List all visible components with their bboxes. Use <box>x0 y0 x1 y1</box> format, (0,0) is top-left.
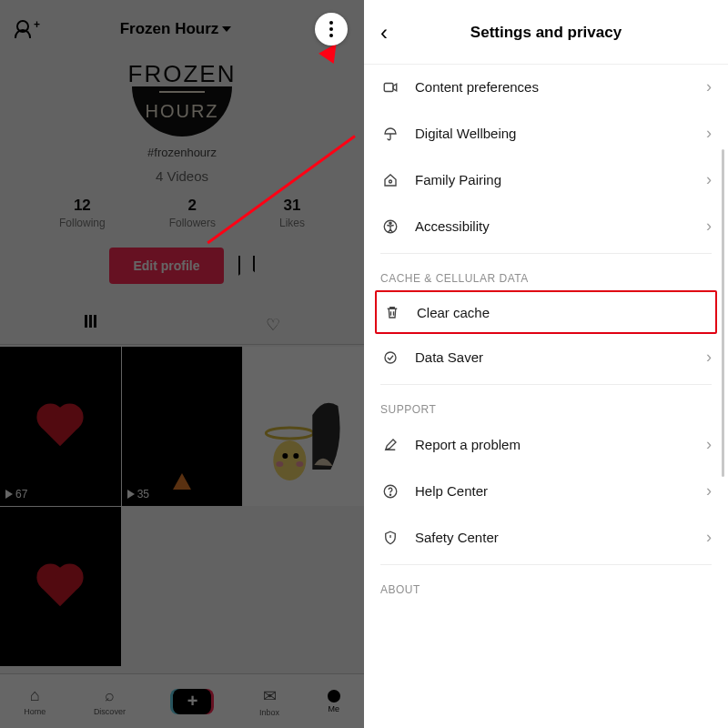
profile-screen: + Frozen Hourz FROZEN HOURZ #frozenhourz… <box>0 0 364 728</box>
row-content-preferences[interactable]: Content preferences › <box>380 64 712 110</box>
settings-panel: ‹ Settings and privacy Content preferenc… <box>364 0 728 728</box>
video-icon <box>380 79 400 96</box>
chevron-right-icon: › <box>706 348 712 367</box>
nav-inbox[interactable]: ✉Inbox <box>259 686 279 717</box>
svg-point-7 <box>389 180 392 183</box>
section-about-title: ABOUT <box>380 565 712 602</box>
edit-profile-button[interactable]: Edit profile <box>109 248 223 284</box>
character-illustration <box>243 379 364 506</box>
row-report-problem[interactable]: Report a problem › <box>380 421 712 468</box>
svg-point-5 <box>267 428 314 439</box>
tab-liked[interactable]: ♡ <box>266 306 280 344</box>
stat-following[interactable]: 12 Following <box>59 197 106 229</box>
video-grid: 67 35 <box>0 347 364 666</box>
play-count: 67 <box>15 488 27 500</box>
svg-point-2 <box>294 453 299 459</box>
person-icon <box>328 690 340 703</box>
fire-icon <box>173 473 191 490</box>
row-help-center[interactable]: Help Center › <box>380 468 712 514</box>
highlight-clear-cache: Clear cache <box>375 290 717 334</box>
row-accessibility[interactable]: Accessibility › <box>380 203 712 249</box>
home-icon: ⌂ <box>30 686 40 705</box>
profile-logo-bottom: HOURZ <box>145 101 218 122</box>
caret-down-icon <box>222 26 231 32</box>
help-icon <box>380 483 400 500</box>
bookmark-icon[interactable] <box>238 256 255 276</box>
more-options-button[interactable] <box>315 13 348 46</box>
back-button[interactable]: ‹ <box>380 20 388 46</box>
video-thumb[interactable] <box>243 347 364 506</box>
tab-grid[interactable] <box>84 306 97 344</box>
videos-count-label: 4 Videos <box>156 168 208 184</box>
home-icon <box>380 172 400 188</box>
row-digital-wellbeing[interactable]: Digital Wellbeing › <box>380 110 712 157</box>
row-data-saver[interactable]: Data Saver › <box>380 334 712 380</box>
scroll-indicator[interactable] <box>722 149 724 477</box>
svg-point-12 <box>389 494 390 495</box>
trash-icon <box>382 304 402 320</box>
data-saver-icon <box>380 349 400 366</box>
heart-icon <box>41 407 79 445</box>
shield-icon <box>380 530 400 546</box>
settings-header: ‹ Settings and privacy <box>364 0 728 65</box>
chevron-right-icon: › <box>706 528 712 547</box>
heart-icon <box>41 567 79 605</box>
play-icon <box>127 490 135 499</box>
svg-rect-6 <box>384 83 393 91</box>
video-thumb[interactable] <box>0 507 121 666</box>
nav-home[interactable]: ⌂Home <box>24 686 46 716</box>
video-thumb[interactable]: 67 <box>0 347 121 506</box>
svg-point-4 <box>297 461 304 467</box>
chevron-right-icon: › <box>706 124 712 143</box>
play-icon <box>5 490 13 499</box>
chevron-right-icon: › <box>706 435 712 454</box>
search-icon: ⌕ <box>105 686 115 705</box>
svg-point-1 <box>283 453 288 459</box>
section-cache-title: CACHE & CELLULAR DATA <box>380 254 712 290</box>
stat-likes[interactable]: 31 Likes <box>279 197 305 229</box>
bottom-nav: ⌂Home ⌕Discover + ✉Inbox Me <box>0 673 364 728</box>
row-safety-center[interactable]: Safety Center › <box>380 514 712 561</box>
inbox-icon: ✉ <box>263 686 277 706</box>
accessibility-icon <box>380 218 400 235</box>
grid-icon <box>84 315 97 331</box>
svg-point-0 <box>274 440 307 480</box>
stats-row: 12 Following 2 Followers 31 Likes <box>0 184 364 229</box>
chevron-right-icon: › <box>706 481 712 500</box>
svg-point-3 <box>277 461 284 467</box>
chevron-right-icon: › <box>706 170 712 189</box>
umbrella-icon <box>380 126 400 142</box>
profile-logo-bowl: HOURZ <box>132 86 232 136</box>
play-count: 35 <box>137 488 149 500</box>
chevron-right-icon: › <box>706 217 712 236</box>
chevron-right-icon: › <box>706 77 712 96</box>
profile-name-dropdown[interactable]: Frozen Hourz <box>120 20 232 38</box>
pencil-icon <box>380 437 400 453</box>
nav-create-button[interactable]: + <box>173 689 211 714</box>
svg-point-10 <box>385 352 396 363</box>
row-clear-cache[interactable]: Clear cache <box>377 292 715 332</box>
section-support-title: SUPPORT <box>380 385 712 421</box>
nav-discover[interactable]: ⌕Discover <box>94 686 126 716</box>
add-friend-icon[interactable]: + <box>16 20 36 38</box>
nav-me[interactable]: Me <box>328 690 340 713</box>
video-thumb[interactable]: 35 <box>122 347 243 506</box>
profile-handle: #frozenhourz <box>147 146 217 159</box>
stat-followers[interactable]: 2 Followers <box>169 197 216 229</box>
svg-point-9 <box>389 222 391 224</box>
settings-title: Settings and privacy <box>470 24 622 42</box>
three-dots-icon <box>329 21 333 37</box>
profile-logo-top: FROZEN <box>128 60 237 88</box>
profile-name-label: Frozen Hourz <box>120 20 219 38</box>
row-family-pairing[interactable]: Family Pairing › <box>380 157 712 203</box>
